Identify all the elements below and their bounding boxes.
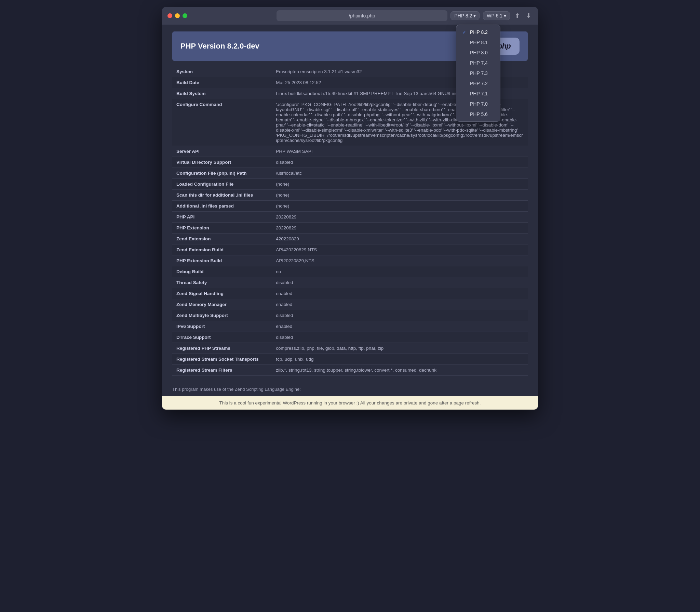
php-option-label: PHP 8.1: [470, 40, 488, 45]
row-key: Zend Multibyte Support: [172, 310, 272, 321]
row-value: disabled: [272, 310, 528, 321]
row-key: Debug Build: [172, 266, 272, 277]
row-value: (none): [272, 190, 528, 201]
row-key: Configuration File (php.ini) Path: [172, 168, 272, 179]
php-version-menu: ✓PHP 8.2PHP 8.1PHP 8.0PHP 7.4PHP 7.3PHP …: [456, 25, 500, 122]
table-row: Additional .ini files parsed (none): [172, 201, 528, 212]
traffic-lights: [167, 13, 187, 18]
php-version-option[interactable]: PHP 7.1: [456, 89, 500, 99]
php-version-option[interactable]: PHP 5.6: [456, 109, 500, 119]
bottom-bar-text: This is a cool fun experimental WordPres…: [219, 400, 481, 405]
row-key: Build System: [172, 88, 272, 99]
row-value: enabled: [272, 321, 528, 332]
table-row: Zend Extension Build API420220829,NTS: [172, 244, 528, 255]
row-key: DTrace Support: [172, 332, 272, 343]
php-option-label: PHP 7.3: [470, 70, 488, 76]
browser-window: /phpinfo.php PHP 8.2 ▾ WP 6.1 ▾ ⬆ ⬇ ✓PHP…: [162, 7, 538, 410]
row-key: Zend Signal Handling: [172, 288, 272, 299]
row-key: PHP Extension: [172, 223, 272, 234]
chevron-down-icon: ▾: [473, 13, 476, 18]
footer-section: This program makes use of the Zend Scrip…: [162, 383, 538, 396]
table-row: Registered PHP Streams compress.zlib, ph…: [172, 343, 528, 354]
php-version-option[interactable]: PHP 8.1: [456, 37, 500, 48]
minimize-button[interactable]: [175, 13, 180, 18]
row-value: disabled: [272, 157, 528, 168]
php-version-option[interactable]: PHP 7.0: [456, 99, 500, 109]
bottom-bar: This is a cool fun experimental WordPres…: [162, 396, 538, 410]
php-version-option[interactable]: PHP 7.4: [456, 58, 500, 68]
row-value: (none): [272, 201, 528, 212]
table-row: PHP Extension 20220829: [172, 223, 528, 234]
php-option-label: PHP 8.0: [470, 50, 488, 55]
row-value: no: [272, 266, 528, 277]
row-value: (none): [272, 179, 528, 190]
wp-version-dropdown[interactable]: WP 6.1 ▾: [483, 11, 510, 20]
row-key: Registered Stream Socket Transports: [172, 354, 272, 365]
table-row: Thread Safety disabled: [172, 277, 528, 288]
row-key: System: [172, 66, 272, 77]
table-row: DTrace Support disabled: [172, 332, 528, 343]
footer-text: This program makes use of the Zend Scrip…: [172, 387, 301, 392]
row-key: Server API: [172, 146, 272, 157]
php-version-label: PHP 8.2: [454, 13, 472, 18]
row-value: PHP WASM SAPI: [272, 146, 528, 157]
row-value: disabled: [272, 277, 528, 288]
table-row: Configuration File (php.ini) Path /usr/l…: [172, 168, 528, 179]
row-value: zlib.*, string.rot13, string.toupper, st…: [272, 365, 528, 376]
php-version-option[interactable]: ✓PHP 8.2: [456, 27, 500, 37]
table-row: Loaded Configuration File (none): [172, 179, 528, 190]
download-button[interactable]: ⬇: [525, 11, 533, 21]
table-row: Zend Signal Handling enabled: [172, 288, 528, 299]
table-row: IPv6 Support enabled: [172, 321, 528, 332]
php-option-label: PHP 5.6: [470, 111, 488, 117]
table-row: Zend Multibyte Support disabled: [172, 310, 528, 321]
chevron-down-icon: ▾: [504, 13, 506, 18]
php-option-label: PHP 7.0: [470, 101, 488, 107]
close-button[interactable]: [167, 13, 172, 18]
url-bar[interactable]: /phpinfo.php: [277, 10, 447, 21]
row-value: compress.zlib, php, file, glob, data, ht…: [272, 343, 528, 354]
php-version-option[interactable]: PHP 7.2: [456, 78, 500, 89]
row-value: 20220829: [272, 223, 528, 234]
row-key: Zend Extension: [172, 234, 272, 244]
table-row: Scan this dir for additional .ini files …: [172, 190, 528, 201]
wp-version-label: WP 6.1: [487, 13, 502, 18]
php-option-label: PHP 7.1: [470, 91, 488, 96]
php-version-dropdown[interactable]: PHP 8.2 ▾: [450, 11, 480, 20]
row-key: Zend Extension Build: [172, 244, 272, 255]
row-key: Scan this dir for additional .ini files: [172, 190, 272, 201]
row-key: Virtual Directory Support: [172, 157, 272, 168]
php-version-title: PHP Version 8.2.0-dev: [180, 42, 259, 51]
row-value: enabled: [272, 288, 528, 299]
table-row: Zend Memory Manager enabled: [172, 299, 528, 310]
row-value: /usr/local/etc: [272, 168, 528, 179]
checkmark-icon: ✓: [462, 30, 467, 35]
maximize-button[interactable]: [183, 13, 187, 18]
row-value: API20220829,NTS: [272, 255, 528, 266]
row-value: disabled: [272, 332, 528, 343]
table-row: PHP API 20220829: [172, 212, 528, 223]
row-value: enabled: [272, 299, 528, 310]
table-row: Zend Extension 420220829: [172, 234, 528, 244]
table-row: Debug Build no: [172, 266, 528, 277]
table-row: Registered Stream Filters zlib.*, string…: [172, 365, 528, 376]
upload-button[interactable]: ⬆: [513, 11, 521, 21]
row-value: 420220829: [272, 234, 528, 244]
php-version-option[interactable]: PHP 8.0: [456, 48, 500, 58]
titlebar: /phpinfo.php PHP 8.2 ▾ WP 6.1 ▾ ⬆ ⬇: [162, 7, 538, 25]
row-key: Registered PHP Streams: [172, 343, 272, 354]
row-key: Loaded Configuration File: [172, 179, 272, 190]
table-row: PHP Extension Build API20220829,NTS: [172, 255, 528, 266]
row-key: Additional .ini files parsed: [172, 201, 272, 212]
row-key: IPv6 Support: [172, 321, 272, 332]
php-version-option[interactable]: PHP 7.3: [456, 68, 500, 78]
titlebar-right: PHP 8.2 ▾ WP 6.1 ▾ ⬆ ⬇: [450, 11, 533, 21]
php-option-label: PHP 7.2: [470, 81, 488, 86]
row-key: PHP Extension Build: [172, 255, 272, 266]
table-row: Server API PHP WASM SAPI: [172, 146, 528, 157]
row-value: 20220829: [272, 212, 528, 223]
url-text: /phpinfo.php: [349, 13, 375, 18]
row-key: Configure Command: [172, 99, 272, 146]
php-option-label: PHP 7.4: [470, 60, 488, 66]
row-key: Registered Stream Filters: [172, 365, 272, 376]
